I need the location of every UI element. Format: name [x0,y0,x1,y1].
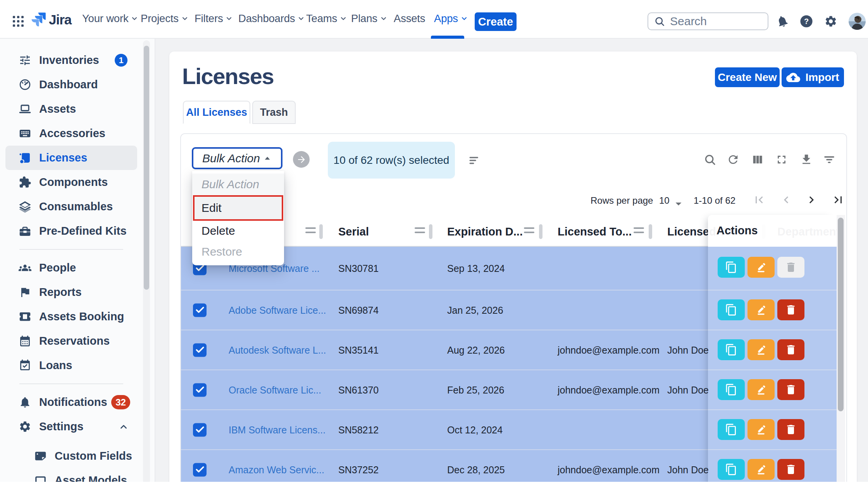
column-drag-handle[interactable] [305,227,316,236]
table-scrollbar-thumb[interactable] [838,218,844,411]
create-button[interactable]: Create [475,12,517,31]
nav-projects[interactable]: Projects [141,0,189,37]
column-header-licensed-to[interactable]: Licensed To... [558,217,632,247]
search-icon [654,15,665,27]
edit-button[interactable] [747,339,775,360]
next-page-icon[interactable] [804,193,818,207]
delete-button[interactable] [777,419,804,440]
row-checkbox[interactable] [193,383,207,397]
row-checkbox[interactable] [193,303,207,317]
sidebar-item-reports[interactable]: Reports [0,280,143,304]
first-page-icon[interactable] [752,193,766,207]
bulk-action-select[interactable]: Bulk Action [192,147,282,169]
tab-trash[interactable]: Trash [252,101,296,124]
sidebar-item-assets-booking[interactable]: Assets Booking [0,304,143,329]
user-avatar[interactable] [849,13,866,30]
notifications-bell-icon[interactable] [776,15,789,28]
delete-button[interactable] [777,299,804,320]
column-drag-handle[interactable] [415,227,425,236]
license-name-link[interactable]: Oracle Software Lic... [229,384,321,395]
sidebar-item-components[interactable]: Components [0,170,143,194]
delete-button[interactable] [777,339,804,360]
column-resize-handle[interactable] [649,224,652,239]
nav-your-work[interactable]: Your work [82,0,138,37]
column-drag-handle[interactable] [634,227,644,236]
rows-per-page-caret-icon[interactable] [672,197,685,211]
app-switcher-icon[interactable] [13,16,24,27]
tab-all-licenses[interactable]: All Licenses [183,101,250,124]
sidebar-item-kits[interactable]: Pre-Defined Kits [0,219,143,243]
create-new-button[interactable]: Create New [715,67,780,87]
license-name-link[interactable]: Autodesk Software L... [229,344,326,356]
sidebar-item-assets[interactable]: Assets [0,97,143,121]
column-header-expiration[interactable]: Expiration D... [447,217,523,247]
nav-plans[interactable]: Plans [351,0,388,37]
edit-button[interactable] [747,257,775,278]
search-input[interactable] [670,15,759,28]
delete-button[interactable] [777,379,804,400]
refresh-icon[interactable] [727,153,740,166]
copy-button[interactable] [718,299,745,320]
delete-button[interactable] [777,459,804,480]
row-checkbox[interactable] [193,343,207,357]
help-icon[interactable]: ? [800,15,813,28]
dropdown-option-edit[interactable]: Edit [193,195,283,221]
import-button[interactable]: Import [782,67,844,87]
license-name-link[interactable]: IBM Software Licens... [229,424,326,435]
sidebar-item-consumables[interactable]: Consumables [0,194,143,219]
copy-button[interactable] [718,419,745,440]
last-page-icon[interactable] [831,193,845,207]
delete-button-disabled[interactable] [777,257,804,278]
sort-icon[interactable] [468,153,482,169]
column-drag-handle[interactable] [524,227,534,236]
jira-logo[interactable]: Jira [31,12,71,28]
edit-button[interactable] [747,419,775,440]
license-name-link[interactable]: Amazon Web Servic... [229,464,324,475]
nav-assets[interactable]: Assets [394,0,425,37]
download-icon[interactable] [800,153,813,166]
copy-button[interactable] [718,379,745,400]
filter-icon[interactable] [823,153,836,166]
edit-button[interactable] [747,459,775,480]
nav-teams[interactable]: Teams [306,0,347,37]
expiration-cell: Oct 12, 2024 [447,424,503,435]
columns-icon[interactable] [751,153,764,166]
sidebar-item-notifications[interactable]: Notifications 32 [0,390,143,414]
sidebar-item-settings[interactable]: Settings [0,414,143,439]
apply-bulk-action-button[interactable] [293,151,310,168]
sidebar-item-people[interactable]: People [0,256,143,280]
dropdown-option-delete[interactable]: Delete [192,221,284,241]
edit-button[interactable] [747,379,775,400]
settings-gear-icon[interactable] [824,15,837,28]
copy-button[interactable] [718,257,745,278]
column-resize-handle[interactable] [539,224,542,239]
serial-cell: SN35141 [338,344,379,356]
copy-button[interactable] [718,459,745,480]
actions-column-title: Actions [716,215,758,246]
sidebar-item-custom-fields[interactable]: Custom Fields [0,444,143,468]
column-resize-handle[interactable] [429,224,432,239]
nav-dashboards[interactable]: Dashboards [238,0,305,37]
edit-button[interactable] [747,299,775,320]
global-search[interactable] [648,12,768,30]
sidebar-scrollbar-thumb[interactable] [144,46,149,290]
sidebar-item-reservations[interactable]: Reservations [0,329,143,353]
nav-filters[interactable]: Filters [195,0,233,37]
previous-page-icon[interactable] [779,193,793,207]
table-search-icon[interactable] [703,153,716,166]
sidebar-item-loans[interactable]: Loans [0,353,143,378]
row-checkbox[interactable] [193,423,207,436]
row-checkbox[interactable] [193,463,207,476]
sidebar-item-dashboard[interactable]: Dashboard [0,72,143,97]
sidebar-item-inventories[interactable]: Inventories 1 [0,48,143,72]
fullscreen-icon[interactable] [775,153,788,166]
copy-button[interactable] [718,339,745,360]
pagination-range: 1-10 of 62 [694,195,735,206]
sidebar-item-licenses[interactable]: Licenses [5,146,137,170]
rows-per-page-value[interactable]: 10 [659,195,670,206]
nav-apps[interactable]: Apps [434,0,468,37]
sidebar-item-accessories[interactable]: Accessories [0,121,143,146]
license-name-link[interactable]: Adobe Software Lice... [229,304,326,316]
column-header-serial[interactable]: Serial [338,217,369,247]
column-resize-handle[interactable] [319,224,323,239]
